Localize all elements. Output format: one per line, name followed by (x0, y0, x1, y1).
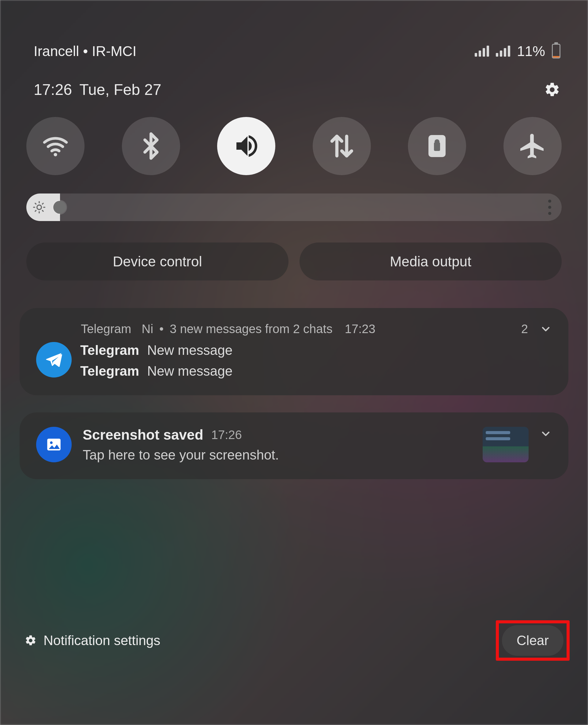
app-name: Telegram (81, 322, 131, 336)
quick-settings-row (0, 99, 588, 175)
notification-settings-button[interactable]: Notification settings (24, 633, 161, 648)
notification-title: Screenshot saved (83, 426, 203, 443)
notification-settings-label: Notification settings (43, 633, 161, 648)
status-right: 11% (475, 43, 561, 59)
date[interactable]: Tue, Feb 27 (79, 81, 161, 99)
panel-buttons: Device control Media output (0, 221, 588, 280)
time: 17:26 (211, 428, 242, 442)
message-line: Telegram New message (80, 343, 232, 358)
battery-percent: 11% (517, 43, 545, 59)
brightness-more-icon[interactable] (548, 199, 551, 215)
svg-point-3 (37, 205, 42, 210)
header-row: 17:26 Tue, Feb 27 (0, 59, 588, 99)
status-bar: Irancell • IR-MCI 11% (0, 0, 588, 59)
qs-mobile-data[interactable] (313, 117, 371, 175)
clear-highlight: Clear (496, 620, 570, 661)
svg-point-0 (54, 153, 57, 156)
notification-screenshot[interactable]: Screenshot saved 17:26 Tap here to see y… (20, 412, 568, 479)
settings-icon[interactable] (544, 82, 561, 98)
notification-list: Telegram Ni • 3 new messages from 2 chat… (0, 280, 588, 479)
notification-shade: Irancell • IR-MCI 11% 17:26 Tue, Feb 27 (0, 0, 588, 725)
qs-wifi[interactable] (26, 117, 85, 175)
media-output-button[interactable]: Media output (299, 242, 562, 280)
brightness-slider[interactable] (26, 193, 562, 221)
gallery-icon (36, 427, 72, 462)
svg-rect-2 (434, 142, 440, 151)
message-line: Telegram New message (80, 363, 232, 379)
footer-row: Notification settings Clear (0, 620, 588, 661)
svg-point-5 (50, 442, 53, 444)
app-sub: Ni (142, 322, 153, 336)
clock[interactable]: 17:26 (34, 81, 72, 99)
clear-button[interactable]: Clear (502, 625, 564, 656)
count-badge: 2 (521, 322, 528, 336)
brightness-icon (33, 200, 46, 214)
brightness-thumb[interactable] (53, 201, 66, 214)
carrier-label: Irancell • IR-MCI (34, 43, 136, 59)
device-control-button[interactable]: Device control (26, 242, 289, 280)
notification-telegram[interactable]: Telegram Ni • 3 new messages from 2 chat… (20, 308, 568, 395)
qs-sound[interactable] (217, 117, 275, 175)
signal-icon (496, 46, 510, 57)
chevron-down-icon[interactable] (540, 323, 552, 335)
qs-rotation-lock[interactable] (408, 117, 466, 175)
signal-icon (475, 46, 489, 57)
gear-icon (24, 634, 37, 647)
notification-subtitle: Tap here to see your screenshot. (83, 447, 480, 463)
qs-bluetooth[interactable] (122, 117, 180, 175)
time: 17:23 (345, 322, 376, 336)
screenshot-thumbnail[interactable] (483, 427, 529, 462)
qs-airplane-mode[interactable] (503, 117, 562, 175)
telegram-icon (36, 342, 72, 378)
summary: 3 new messages from 2 chats (170, 322, 332, 336)
notification-header: Telegram Ni • 3 new messages from 2 chat… (81, 322, 552, 336)
battery-icon (549, 44, 561, 59)
chevron-down-icon[interactable] (540, 428, 552, 440)
